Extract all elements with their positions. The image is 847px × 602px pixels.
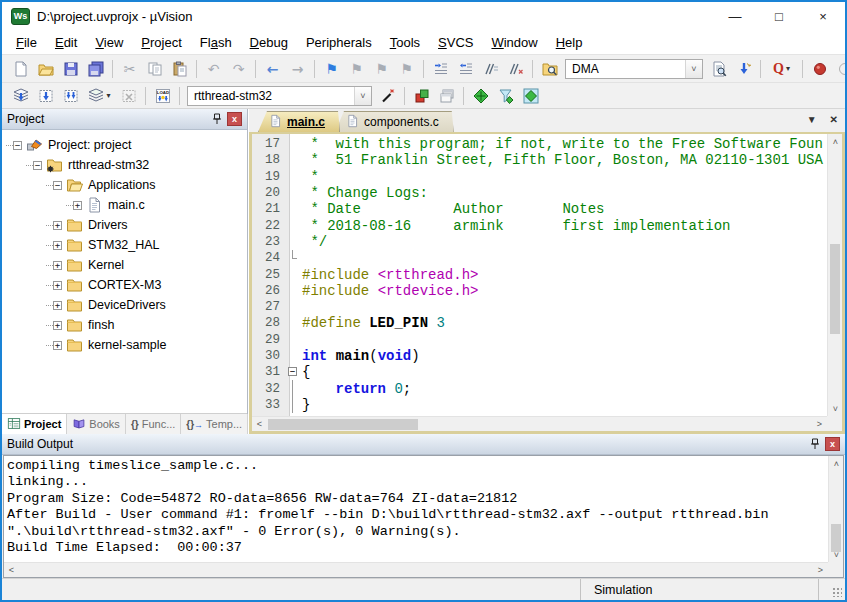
quick-search-icon[interactable]: Q▾ xyxy=(765,58,798,80)
panel-tab-project[interactable]: Project xyxy=(2,414,67,434)
menu-tools[interactable]: Tools xyxy=(381,32,429,53)
expand-icon[interactable]: + xyxy=(53,281,62,290)
stop-build-icon[interactable] xyxy=(116,85,141,107)
editor-tab-main-c[interactable]: main.c xyxy=(258,111,340,132)
close-button[interactable]: × xyxy=(801,2,845,30)
boxed-diamond-icon[interactable] xyxy=(518,85,543,107)
menu-debug[interactable]: Debug xyxy=(241,32,297,53)
translate-icon[interactable] xyxy=(8,85,33,107)
build-vertical-scrollbar[interactable]: ˄ ˅ xyxy=(828,456,843,562)
expand-icon[interactable]: + xyxy=(53,241,62,250)
build-vscroll-thumb[interactable] xyxy=(831,524,841,552)
tab-list-dropdown-icon[interactable]: ▼ xyxy=(807,114,817,125)
navigate-back-icon[interactable]: ← xyxy=(260,58,285,80)
editor-horizontal-scrollbar[interactable]: ˂ ˃ xyxy=(252,416,827,431)
redo-icon[interactable]: ↷ xyxy=(226,58,251,80)
panel-tab-books[interactable]: Books xyxy=(67,414,126,434)
scroll-up-icon[interactable]: ˄ xyxy=(829,456,844,471)
rebuild-icon[interactable] xyxy=(58,85,83,107)
save-all-icon[interactable] xyxy=(83,58,108,80)
quick-search-caret-icon[interactable]: ▾ xyxy=(786,64,790,73)
editor-vscroll-thumb[interactable] xyxy=(830,244,840,334)
tree-item-project-project[interactable]: −Project: project xyxy=(2,135,247,155)
editor-tab-components-c[interactable]: components.c xyxy=(335,111,454,132)
project-panel-close-icon[interactable]: x xyxy=(227,112,242,126)
comment-selection-icon[interactable] xyxy=(478,58,503,80)
expand-icon[interactable]: + xyxy=(53,261,62,270)
menu-svcs[interactable]: SVCS xyxy=(429,32,482,53)
pin-icon[interactable] xyxy=(210,112,224,126)
tree-item-kernel-sample[interactable]: +kernel-sample xyxy=(2,335,247,355)
find-in-files-icon[interactable] xyxy=(537,58,562,80)
expand-icon[interactable]: + xyxy=(53,341,62,350)
indent-selection-icon[interactable] xyxy=(428,58,453,80)
expand-icon[interactable]: + xyxy=(53,221,62,230)
search-combo[interactable]: DMA˅ xyxy=(565,59,703,79)
window-stack-icon[interactable] xyxy=(434,85,459,107)
pin-icon[interactable] xyxy=(808,437,822,451)
expand-icon[interactable]: + xyxy=(53,321,62,330)
new-file-icon[interactable] xyxy=(8,58,33,80)
uncomment-selection-icon[interactable] xyxy=(503,58,528,80)
collapse-icon[interactable]: − xyxy=(53,181,62,190)
menu-peripherals[interactable]: Peripherals xyxy=(297,32,381,53)
menu-view[interactable]: View xyxy=(86,32,132,53)
minimize-button[interactable]: — xyxy=(713,2,757,30)
collapse-icon[interactable]: − xyxy=(13,141,22,150)
batch-build-caret-icon[interactable]: ▾ xyxy=(106,91,110,100)
next-bookmark-icon[interactable]: ⚑ xyxy=(369,58,394,80)
red-green-cube-icon[interactable] xyxy=(409,85,434,107)
target-options-icon[interactable] xyxy=(375,85,400,107)
scroll-left-icon[interactable]: ˂ xyxy=(252,417,267,432)
outdent-selection-icon[interactable] xyxy=(453,58,478,80)
panel-tab-temp[interactable]: {}→Temp... xyxy=(181,414,248,434)
build-output-text[interactable]: compiling timeslice_sample.c...linking..… xyxy=(4,456,828,562)
build-output-close-icon[interactable]: x xyxy=(825,437,840,451)
scroll-down-icon[interactable]: ˅ xyxy=(828,401,843,416)
collapse-icon[interactable]: − xyxy=(33,161,42,170)
copy-icon[interactable] xyxy=(142,58,167,80)
tree-item-applications[interactable]: −Applications xyxy=(2,175,247,195)
save-icon[interactable] xyxy=(58,58,83,80)
prev-bookmark-icon[interactable]: ⚑ xyxy=(344,58,369,80)
editor-hscroll-thumb[interactable] xyxy=(268,419,418,430)
target-select[interactable]: rtthread-stm32˅ xyxy=(187,86,372,106)
tree-item-devicedrivers[interactable]: +DeviceDrivers xyxy=(2,295,247,315)
disable-breakpoint-icon[interactable] xyxy=(832,58,845,80)
tree-item-stm32-hal[interactable]: +STM32_HAL xyxy=(2,235,247,255)
toggle-breakpoint-icon[interactable] xyxy=(807,58,832,80)
tree-item-cortex-m3[interactable]: +CORTEX-M3 xyxy=(2,275,247,295)
paste-icon[interactable] xyxy=(167,58,192,80)
tree-item-kernel[interactable]: +Kernel xyxy=(2,255,247,275)
build-icon[interactable] xyxy=(33,85,58,107)
find-in-files-dialog-icon[interactable] xyxy=(706,58,731,80)
expand-icon[interactable]: + xyxy=(73,201,82,210)
panel-tab-func[interactable]: {}Func... xyxy=(126,414,181,434)
funnel-diamond-icon[interactable] xyxy=(493,85,518,107)
tree-item-drivers[interactable]: +Drivers xyxy=(2,215,247,235)
menu-help[interactable]: Help xyxy=(547,32,592,53)
scroll-right-icon[interactable]: ˃ xyxy=(813,563,828,578)
close-document-icon[interactable]: ✕ xyxy=(830,114,838,125)
navigate-forward-icon[interactable]: → xyxy=(285,58,310,80)
expand-icon[interactable]: + xyxy=(53,301,62,310)
incremental-find-icon[interactable] xyxy=(731,58,756,80)
menu-project[interactable]: Project xyxy=(132,32,190,53)
toggle-bookmark-icon[interactable]: ⚑ xyxy=(319,58,344,80)
maximize-button[interactable]: □ xyxy=(757,2,801,30)
menu-window[interactable]: Window xyxy=(482,32,546,53)
tree-item-main-c[interactable]: +main.c xyxy=(2,195,247,215)
scroll-left-icon[interactable]: ˂ xyxy=(4,563,19,578)
tree-item-finsh[interactable]: +finsh xyxy=(2,315,247,335)
menu-flash[interactable]: Flash xyxy=(191,32,241,53)
code-viewport[interactable]: 17 * with this program; if not, write to… xyxy=(252,134,827,416)
resize-grip[interactable] xyxy=(818,579,845,600)
target-select-dropdown-icon[interactable]: ˅ xyxy=(354,87,371,105)
editor-vertical-scrollbar[interactable]: ˄ ˅ xyxy=(827,134,842,416)
cut-icon[interactable]: ✂ xyxy=(117,58,142,80)
batch-build-icon[interactable]: ▾ xyxy=(83,85,116,107)
scroll-up-icon[interactable]: ˄ xyxy=(828,134,843,149)
menu-file[interactable]: File xyxy=(7,32,46,53)
menu-edit[interactable]: Edit xyxy=(46,32,86,53)
undo-icon[interactable]: ↶ xyxy=(201,58,226,80)
